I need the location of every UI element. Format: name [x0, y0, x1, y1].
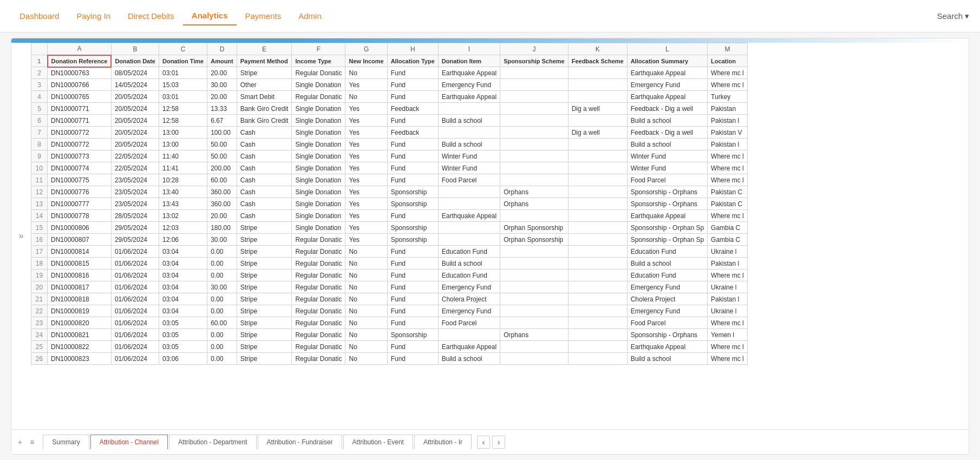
- spreadsheet-area[interactable]: A B C D E F G H I J K L M: [31, 43, 969, 429]
- table-row: 13DN1000077723/05/202413:43360.00CashSin…: [31, 198, 748, 210]
- add-sheet-icon[interactable]: +: [16, 436, 24, 449]
- cell-r25-c11: Earthquake Appeal: [627, 341, 707, 353]
- cell-r21-c1: 01/06/2024: [111, 293, 159, 305]
- cell-r24-c1: 01/06/2024: [111, 329, 159, 341]
- cell-r7-c6: Yes: [345, 127, 387, 139]
- cell-r5-c11: Feedback - Dig a well: [627, 103, 707, 115]
- cell-r9-c4: Cash: [237, 150, 292, 162]
- sidebar-toggle[interactable]: »: [11, 226, 31, 246]
- cell-r2-c8: Earthquake Appeal: [438, 67, 500, 79]
- table-row: 8DN1000077220/05/202413:0050.00CashSingl…: [31, 139, 748, 150]
- spreadsheet-header-row: 1Donation ReferenceDonation DateDonation…: [31, 55, 748, 67]
- cell-r4-c7: Fund: [387, 91, 438, 103]
- cell-r26-c6: No: [345, 353, 387, 365]
- col-header-rownum: [31, 43, 48, 55]
- cell-r2-c11: Earthquake Appeal: [627, 67, 707, 79]
- cell-r10-c4: Cash: [237, 162, 292, 174]
- cell-r6-c4: Bank Giro Credit: [237, 115, 292, 127]
- cell-r5-c3: 13.33: [207, 103, 237, 115]
- tab-nav-next[interactable]: ›: [492, 436, 505, 449]
- cell-r24-c2: 03:05: [159, 329, 207, 341]
- cell-r10-c6: Yes: [345, 162, 387, 174]
- row-num-5: 5: [31, 103, 48, 115]
- cell-r4-c3: 20.00: [207, 91, 237, 103]
- row-num-7: 7: [31, 127, 48, 139]
- cell-r5-c8: [438, 103, 500, 115]
- sheet-tab-0[interactable]: Summary: [43, 435, 89, 449]
- cell-r13-c4: Cash: [237, 198, 292, 210]
- header-col-1: Donation Date: [111, 55, 159, 67]
- sheet-tab-2[interactable]: Attribution - Department: [169, 435, 256, 449]
- cell-r14-c8: Earthquake Appeal: [438, 210, 500, 222]
- cell-r19-c3: 0.00: [207, 270, 237, 281]
- cell-r10-c8: Winter Fund: [438, 162, 500, 174]
- nav-payments[interactable]: Payments: [237, 7, 290, 25]
- row-num-15: 15: [31, 222, 48, 234]
- nav-dashboard[interactable]: Dashboard: [11, 7, 68, 25]
- cell-r22-c12: Ukraine l: [708, 305, 748, 317]
- cell-r18-c5: Regular Donatic: [292, 258, 345, 270]
- search-dropdown-icon: ▾: [965, 11, 969, 21]
- cell-r4-c5: Regular Donatic: [292, 91, 345, 103]
- cell-r25-c2: 03:05: [159, 341, 207, 353]
- cell-r14-c3: 20.00: [207, 210, 237, 222]
- row-num-3: 3: [31, 79, 48, 91]
- cell-r14-c4: Cash: [237, 210, 292, 222]
- cell-r26-c9: [500, 353, 568, 365]
- col-header-i: I: [438, 43, 500, 55]
- cell-r18-c11: Build a school: [627, 258, 707, 270]
- cell-r11-c12: Where mc l: [708, 174, 748, 186]
- row-num-11: 11: [31, 174, 48, 186]
- menu-icon[interactable]: ≡: [28, 436, 36, 449]
- cell-r15-c3: 180.00: [207, 222, 237, 234]
- cell-r22-c10: [568, 305, 627, 317]
- cell-r4-c2: 03:01: [159, 91, 207, 103]
- cell-r25-c4: Stripe: [237, 341, 292, 353]
- cell-r3-c9: [500, 79, 568, 91]
- cell-r12-c12: Pakistan C: [708, 186, 748, 198]
- header-col-9: Sponsorship Scheme: [500, 55, 568, 67]
- cell-r17-c5: Regular Donatic: [292, 246, 345, 258]
- cell-r11-c0: DN10000775: [48, 174, 112, 186]
- cell-r5-c6: Yes: [345, 103, 387, 115]
- cell-r12-c5: Single Donation: [292, 186, 345, 198]
- header-col-3: Amount: [207, 55, 237, 67]
- header-col-4: Payment Method: [237, 55, 292, 67]
- cell-r16-c4: Stripe: [237, 234, 292, 246]
- sheet-tab-1[interactable]: Attribution - Channel: [90, 435, 168, 449]
- cell-r6-c2: 12:58: [159, 115, 207, 127]
- cell-r23-c11: Food Parcel: [627, 317, 707, 329]
- nav-direct-debits[interactable]: Direct Debits: [119, 7, 183, 25]
- sheet-tab-5[interactable]: Attribution - Ir: [414, 435, 472, 449]
- table-row: 19DN1000081601/06/202403:040.00StripeReg…: [31, 270, 748, 281]
- cell-r3-c10: [568, 79, 627, 91]
- sheet-tab-3[interactable]: Attribution - Fundraiser: [258, 435, 342, 449]
- cell-r8-c9: [500, 139, 568, 150]
- nav-paying-in[interactable]: Paying In: [68, 7, 119, 25]
- header-col-5: Income Type: [292, 55, 345, 67]
- cell-r6-c8: Build a school: [438, 115, 500, 127]
- cell-r2-c10: [568, 67, 627, 79]
- nav-admin[interactable]: Admin: [290, 7, 330, 25]
- cell-r11-c5: Single Donation: [292, 174, 345, 186]
- cell-r22-c7: Fund: [387, 305, 438, 317]
- table-row: 10DN1000077422/05/202411:41200.00CashSin…: [31, 162, 748, 174]
- cell-r16-c3: 30.00: [207, 234, 237, 246]
- nav-search[interactable]: Search ▾: [937, 11, 969, 21]
- tab-nav-prev[interactable]: ‹: [477, 436, 490, 449]
- cell-r10-c7: Fund: [387, 162, 438, 174]
- nav-analytics[interactable]: Analytics: [183, 6, 237, 25]
- cell-r18-c9: [500, 258, 568, 270]
- sheet-tab-4[interactable]: Attribution - Event: [343, 435, 413, 449]
- cell-r19-c7: Fund: [387, 270, 438, 281]
- cell-r7-c8: [438, 127, 500, 139]
- cell-r11-c2: 10:28: [159, 174, 207, 186]
- cell-r7-c3: 100.00: [207, 127, 237, 139]
- table-row: 26DN1000082301/06/202403:060.00StripeReg…: [31, 353, 748, 365]
- table-row: 14DN1000077828/05/202413:0220.00CashSing…: [31, 210, 748, 222]
- cell-r22-c2: 03:04: [159, 305, 207, 317]
- search-label: Search: [937, 11, 963, 21]
- cell-r16-c0: DN10000807: [48, 234, 112, 246]
- cell-r13-c9: Orphans: [500, 198, 568, 210]
- header-col-10: Feedback Scheme: [568, 55, 627, 67]
